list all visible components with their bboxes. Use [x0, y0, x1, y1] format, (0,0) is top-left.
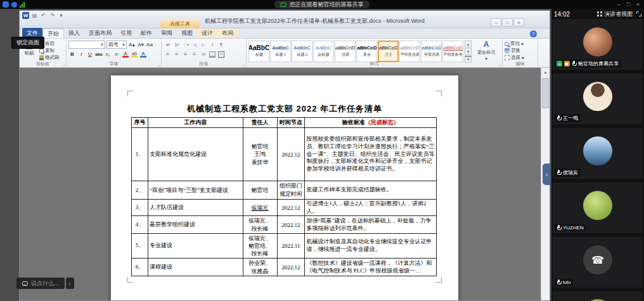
maximize-button[interactable] [624, 0, 633, 8]
select-button[interactable]: 选择 [505, 54, 536, 61]
document-heading[interactable]: 机械制造工程系教工党支部 2022 年工作任务清单 [111, 103, 458, 115]
participant-tile[interactable]: 王一鸣 [553, 74, 643, 124]
find-button[interactable]: 查找 [505, 41, 536, 47]
change-case-button[interactable]: Aa [146, 41, 153, 49]
expand-panel-icon[interactable] [636, 11, 641, 16]
tab-table-layout[interactable]: 布局 [217, 29, 238, 38]
word-close-button[interactable] [513, 18, 524, 27]
microphone-icon [557, 170, 561, 176]
document-canvas: 机械制造工程系教工党支部 2022 年工作任务清单 序号 工作内容 责任人 时间… [20, 68, 541, 300]
font-color-button[interactable]: A [122, 50, 129, 58]
scrollbar-thumb[interactable] [542, 78, 549, 108]
font-dialog-launcher-icon[interactable] [158, 62, 160, 67]
col-header-no[interactable]: 序号 [132, 118, 148, 128]
participant-tile[interactable]: 鲍官培的屏幕共享 [553, 19, 643, 70]
tab-mailings[interactable]: 邮件 [136, 29, 157, 38]
paragraph-dialog-launcher-icon[interactable] [243, 62, 245, 67]
col-header-person[interactable]: 责任人 [243, 118, 277, 128]
style-item-intense-emphasis[interactable]: AaBbCcDc明显强调 [421, 41, 442, 62]
help-icon[interactable] [530, 30, 537, 37]
chat-input[interactable]: 说点什么... [16, 278, 65, 289]
col-header-accept[interactable]: 验收标准（完成标志） [305, 118, 437, 128]
speaker-view-button[interactable]: 演讲者视图 [604, 10, 633, 18]
decrease-indent-button[interactable] [190, 41, 198, 49]
tab-table-design[interactable]: 设计 [197, 29, 217, 38]
subscript-button[interactable]: x₂ [104, 50, 112, 58]
underline-button[interactable]: U [86, 50, 94, 58]
change-styles-button[interactable]: A 更改样式 [473, 41, 499, 61]
style-item-heading2[interactable]: AaBbC标题 2 [292, 41, 312, 62]
qat-dropdown-icon[interactable] [58, 12, 65, 19]
redo-icon[interactable] [49, 12, 56, 19]
shading-button[interactable] [208, 50, 216, 58]
bold-button[interactable]: B [68, 50, 76, 58]
style-item-title[interactable]: AaBbC标题 [248, 41, 269, 62]
person-link[interactable]: 侯瑞宾 [243, 200, 277, 216]
tab-review[interactable]: 审阅 [157, 29, 177, 38]
styles-scroll-down-icon[interactable] [465, 48, 472, 55]
undo-icon[interactable] [40, 12, 47, 19]
participant-tile[interactable]: 侯瑞宾 [553, 128, 643, 179]
shrink-font-button[interactable]: A▾ [137, 41, 145, 49]
quick-access-toolbar: W [22, 12, 65, 19]
close-button[interactable] [633, 0, 643, 8]
gallery-view-icon[interactable] [597, 11, 599, 13]
participant-tile[interactable]: lulu [553, 237, 643, 288]
numbering-button[interactable] [172, 41, 181, 49]
superscript-button[interactable]: x² [113, 50, 120, 58]
justify-button[interactable] [190, 50, 198, 58]
italic-button[interactable]: I [77, 50, 85, 58]
style-item-subtle-emphasis[interactable]: AaBbCcDd不明显强调 [399, 41, 420, 62]
minimize-button[interactable] [614, 0, 624, 8]
clipboard-dialog-launcher-icon[interactable] [63, 62, 65, 67]
text-effects-button[interactable]: A [139, 50, 147, 58]
align-center-button[interactable] [172, 50, 181, 58]
font-group-label: 字体 [67, 61, 161, 67]
style-item-emphasis[interactable]: AaBbCcDd强调 [335, 41, 356, 62]
replace-button[interactable]: 替换 [505, 48, 536, 54]
word-logo-icon[interactable]: W [22, 12, 29, 19]
increase-indent-button[interactable] [199, 41, 207, 49]
font-name-combo[interactable] [68, 41, 105, 49]
work-task-table: 序号 工作内容 责任人 时间节点 验收标准（完成标志） 1、 支部标准化规范化建… [131, 117, 437, 276]
style-item-subtle-reference[interactable]: AaBbCcDo不明显参考 [442, 41, 463, 62]
save-icon[interactable] [31, 12, 38, 19]
encryption-shield-icon[interactable] [3, 1, 9, 8]
style-item-subtitle[interactable]: AaBbC副标题 [313, 41, 334, 62]
styles-scroll-up-icon[interactable] [465, 41, 472, 48]
col-header-content[interactable]: 工作内容 [148, 118, 243, 128]
style-item-strong[interactable]: AaBbCcDc要点 [356, 41, 377, 62]
network-signal-icon[interactable] [20, 2, 25, 8]
chat-collapse-button[interactable] [66, 278, 74, 289]
format-painter-button[interactable]: 格式刷 [39, 54, 60, 61]
sort-button[interactable] [208, 41, 216, 49]
tab-insert[interactable]: 插入 [64, 29, 84, 38]
scroll-up-icon[interactable] [541, 68, 550, 76]
font-size-combo[interactable]: 四号 [106, 41, 127, 49]
show-marks-button[interactable] [217, 41, 225, 49]
bullets-button[interactable] [164, 41, 172, 49]
style-item-heading1[interactable]: AaBbC标题 1 [270, 41, 291, 62]
strikethrough-button[interactable]: abc [95, 50, 103, 58]
tab-home[interactable]: 开始 [42, 29, 64, 38]
style-item-normal-selected[interactable]: AaBbCcDd正文 [378, 41, 399, 62]
tab-references[interactable]: 引用 [116, 29, 136, 38]
panel-collapse-handle[interactable] [543, 163, 550, 185]
line-spacing-button[interactable] [199, 50, 207, 58]
grow-font-button[interactable]: A▴ [128, 41, 136, 49]
align-left-button[interactable] [164, 50, 172, 58]
align-right-button[interactable] [181, 50, 190, 58]
multilevel-list-button[interactable] [181, 41, 190, 49]
highlight-button[interactable]: ab [131, 50, 138, 58]
meeting-info-icon[interactable] [11, 2, 17, 8]
tab-page-layout[interactable]: 页面布局 [84, 29, 116, 38]
margin-crop-mark [127, 277, 133, 283]
styles-dialog-launcher-icon[interactable] [499, 62, 501, 67]
tab-view[interactable]: 视图 [177, 29, 197, 38]
word-restore-button[interactable] [502, 18, 513, 27]
col-header-time[interactable]: 时间节点 [277, 118, 305, 128]
participant-tile[interactable] [553, 291, 643, 301]
word-minimize-button[interactable] [491, 18, 501, 27]
borders-button[interactable] [217, 50, 225, 58]
participant-tile[interactable]: YUZHEN [553, 183, 643, 233]
